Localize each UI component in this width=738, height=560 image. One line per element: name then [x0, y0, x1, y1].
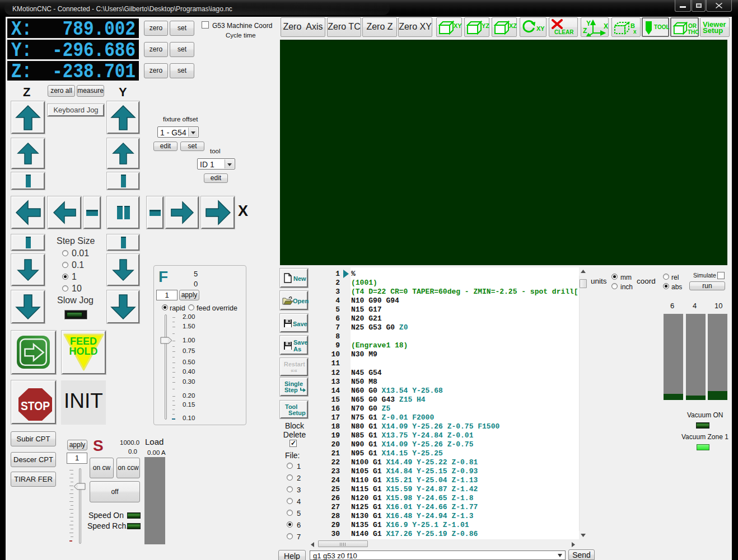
svg-text:STOP: STOP [21, 399, 50, 413]
svg-text:HOLD: HOLD [69, 346, 98, 357]
svg-text:Y: Y [586, 20, 591, 27]
svg-text:Z: Z [583, 27, 587, 35]
svg-text:FEED: FEED [70, 336, 97, 347]
svg-text:X: X [604, 22, 608, 30]
